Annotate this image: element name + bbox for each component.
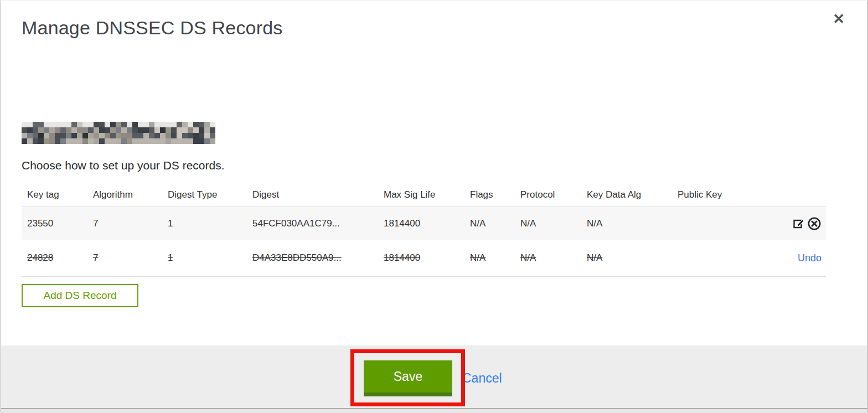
table-header-row: Key tag Algorithm Digest Type Digest Max…: [22, 183, 826, 206]
column-header-public-key: Public Key: [672, 189, 748, 200]
page-title: Manage DNSSEC DS Records: [22, 17, 283, 39]
cancel-link[interactable]: Cancel: [462, 371, 502, 386]
edit-record-icon[interactable]: [793, 217, 806, 230]
cell-protocol: N/A: [515, 252, 581, 264]
page-background-strip: [1, 409, 867, 413]
column-header-key-data-alg: Key Data Alg: [581, 189, 672, 200]
column-header-algorithm: Algorithm: [87, 189, 162, 200]
cell-max-sig-life: 1814400: [378, 218, 464, 229]
dnssec-modal: Manage DNSSEC DS Records ✕ Choose how to…: [0, 0, 868, 413]
undo-link[interactable]: Undo: [798, 252, 822, 264]
column-header-digest-type: Digest Type: [162, 189, 247, 200]
cell-algorithm: 7: [87, 252, 162, 264]
table-row-ds-record-23550: 23550 7 1 54FCF030AA1C79... 1814400 N/A …: [22, 206, 826, 240]
column-header-flags: Flags: [464, 189, 515, 200]
column-header-protocol: Protocol: [515, 189, 581, 200]
row-actions: Undo: [748, 252, 826, 264]
delete-record-icon[interactable]: [807, 216, 822, 231]
column-header-max-sig-life: Max Sig Life: [378, 189, 464, 200]
cell-digest-type: 1: [162, 218, 247, 229]
row-actions: [748, 216, 826, 231]
instruction-text: Choose how to set up your DS records.: [22, 159, 225, 172]
close-icon[interactable]: ✕: [833, 12, 845, 26]
cell-digest: 54FCF030AA1C79...: [247, 218, 378, 229]
save-button[interactable]: Save: [364, 360, 452, 396]
cell-key-data-alg: N/A: [581, 252, 672, 264]
cell-flags: N/A: [464, 252, 515, 264]
cell-algorithm: 7: [87, 218, 162, 229]
cell-max-sig-life: 1814400: [378, 252, 464, 264]
cell-key-tag: 23550: [22, 218, 87, 229]
cell-protocol: N/A: [515, 218, 581, 229]
add-ds-record-button[interactable]: Add DS Record: [22, 284, 138, 307]
cell-digest-type: 1: [162, 252, 247, 264]
ds-records-table: Key tag Algorithm Digest Type Digest Max…: [22, 183, 826, 277]
column-header-digest: Digest: [247, 189, 378, 200]
cell-key-tag: 24828: [22, 252, 87, 264]
cell-flags: N/A: [464, 218, 515, 229]
column-header-key-tag: Key tag: [22, 189, 87, 200]
redacted-domain-name: [22, 122, 215, 144]
cell-key-data-alg: N/A: [581, 218, 672, 229]
table-row-ds-record-24828: 24828 7 1 D4A33E8DD550A9... 1814400 N/A …: [22, 240, 826, 277]
cell-digest: D4A33E8DD550A9...: [247, 252, 378, 264]
